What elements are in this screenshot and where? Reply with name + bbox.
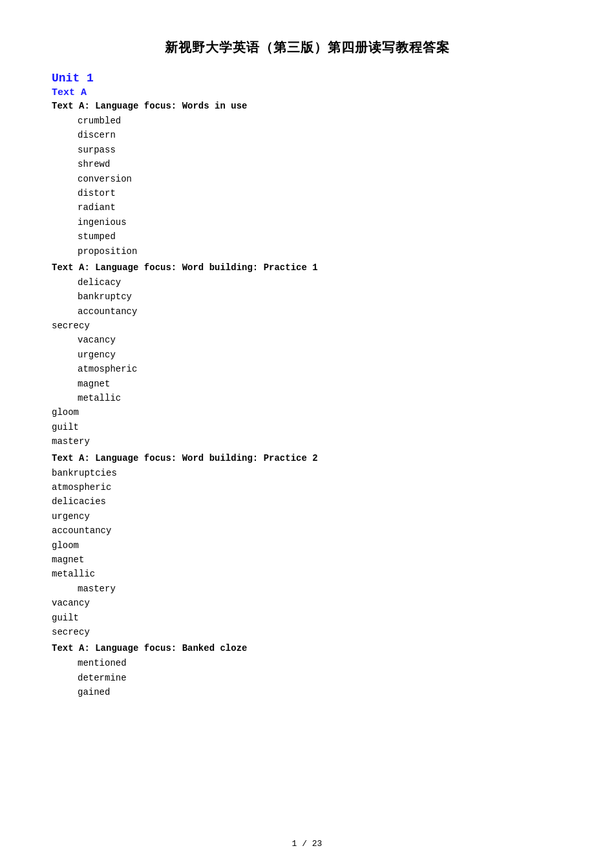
list-item: delicacy [78, 275, 562, 290]
list-item: proposition [78, 244, 562, 259]
list-item: conversion [78, 172, 562, 186]
list-item: mastery [52, 434, 562, 449]
list-item: magnet [78, 377, 562, 391]
page-number: 1 / 23 [292, 839, 323, 849]
list-item: distort [78, 186, 562, 200]
words-in-use-list: crumbled discern surpass shrewd conversi… [52, 114, 562, 259]
text-a-label: Text A [52, 87, 562, 98]
list-item: secrecy [52, 319, 562, 333]
list-item: mentioned [78, 656, 562, 670]
unit-title: Unit 1 [52, 72, 562, 85]
section-header-banked-cloze: Text A: Language focus: Banked cloze [52, 643, 562, 653]
list-item: atmospheric [78, 362, 562, 376]
section-banked-cloze: Text A: Language focus: Banked cloze men… [52, 643, 562, 699]
word-building-2-mastery: mastery [52, 582, 562, 596]
section-header-word-building-2: Text A: Language focus: Word building: P… [52, 453, 562, 463]
list-item: stumped [78, 229, 562, 244]
list-item: atmospheric [52, 480, 562, 494]
list-item: accountancy [78, 304, 562, 319]
section-word-building-2: Text A: Language focus: Word building: P… [52, 453, 562, 640]
list-item: metallic [78, 391, 562, 405]
list-item: gained [78, 685, 562, 699]
list-item: discern [78, 128, 562, 142]
section-header-word-building-1: Text A: Language focus: Word building: P… [52, 262, 562, 273]
list-item: accountancy [52, 524, 562, 538]
word-building-2-list: bankruptcies atmospheric delicacies urge… [52, 466, 562, 582]
list-item: magnet [52, 553, 562, 567]
list-item: gloom [52, 405, 562, 419]
list-item: secrecy [52, 625, 562, 639]
word-building-1-list-b: vacancy urgency atmospheric magnet metal… [52, 333, 562, 405]
list-item: metallic [52, 567, 562, 581]
word-item-secrecy: secrecy [52, 319, 562, 333]
section-words-in-use: Text A: Language focus: Words in use cru… [52, 101, 562, 259]
list-item: guilt [52, 611, 562, 625]
list-item: guilt [52, 420, 562, 434]
list-item: bankruptcies [52, 466, 562, 480]
list-item: mastery [78, 582, 562, 596]
word-building-2-list-b: vacancy guilt secrecy [52, 596, 562, 639]
banked-cloze-list: mentioned determine gained [52, 656, 562, 699]
list-item: gloom [52, 538, 562, 553]
list-item: ingenious [78, 215, 562, 229]
list-item: surpass [78, 143, 562, 157]
list-item: vacancy [52, 596, 562, 610]
page-title: 新视野大学英语（第三版）第四册读写教程答案 [52, 39, 562, 56]
list-item: urgency [52, 509, 562, 524]
section-word-building-1: Text A: Language focus: Word building: P… [52, 262, 562, 449]
word-item-gloom-group: gloom guilt mastery [52, 405, 562, 449]
list-item: urgency [78, 348, 562, 362]
list-item: determine [78, 671, 562, 685]
section-header-words-in-use: Text A: Language focus: Words in use [52, 101, 562, 111]
list-item: vacancy [78, 333, 562, 347]
list-item: crumbled [78, 114, 562, 128]
list-item: bankruptcy [78, 290, 562, 304]
list-item: radiant [78, 200, 562, 215]
list-item: delicacies [52, 494, 562, 509]
word-building-1-list: delicacy bankruptcy accountancy [52, 275, 562, 319]
list-item: shrewd [78, 157, 562, 171]
